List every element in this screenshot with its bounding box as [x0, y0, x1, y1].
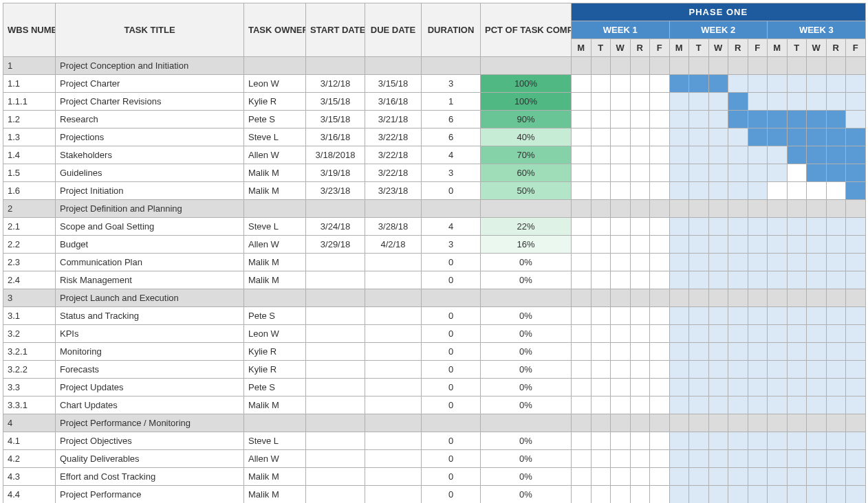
- cell-start: [306, 486, 365, 504]
- gantt-cell: [650, 271, 670, 289]
- gantt-cell: [591, 289, 611, 307]
- gantt-cell: [708, 414, 728, 432]
- gantt-cell: [787, 396, 807, 414]
- gantt-cell: [591, 432, 611, 450]
- task-row: 4.2Quality DeliverablesAllen W00%: [3, 450, 866, 468]
- gantt-cell: [708, 182, 728, 200]
- cell-wbs: 3.3: [3, 379, 56, 396]
- section-row: 1Project Conception and Initiation: [3, 57, 866, 75]
- gantt-cell: [669, 307, 689, 325]
- cell-due: 3/22/18: [365, 164, 422, 182]
- cell-due: [365, 57, 422, 75]
- cell-wbs: 1.2: [3, 111, 56, 128]
- table-header: WBS NUMBER TASK TITLE TASK OWNER START D…: [3, 3, 866, 57]
- gantt-cell: [572, 146, 592, 164]
- gantt-cell: [748, 307, 768, 325]
- cell-owner: Kylie R: [244, 343, 306, 361]
- cell-due: [365, 271, 422, 289]
- gantt-cell: [689, 414, 709, 432]
- cell-title: Research: [56, 111, 244, 128]
- gantt-cell: [826, 289, 846, 307]
- gantt-cell: [708, 450, 728, 468]
- gantt-cell: [611, 361, 631, 379]
- cell-duration: 0: [422, 343, 481, 361]
- task-row: 1.5GuidelinesMalik M3/19/183/22/18360%: [3, 164, 866, 182]
- gantt-cell: [611, 146, 631, 164]
- task-row: 2.4Risk ManagementMalik M00%: [3, 271, 866, 289]
- cell-wbs: 1.1: [3, 75, 56, 93]
- gantt-cell: [826, 128, 846, 146]
- gantt-cell: [826, 182, 846, 200]
- gantt-cell: [630, 164, 650, 182]
- gantt-cell: [807, 75, 827, 93]
- gantt-cell: [728, 164, 748, 182]
- gantt-cell: [748, 361, 768, 379]
- gantt-cell: [768, 111, 788, 128]
- gantt-cell: [846, 450, 866, 468]
- gantt-cell: [748, 379, 768, 396]
- gantt-cell: [768, 307, 788, 325]
- gantt-cell: [669, 200, 689, 218]
- gantt-cell: [591, 236, 611, 254]
- gantt-cell: [807, 200, 827, 218]
- cell-due: 3/21/18: [365, 111, 422, 128]
- gantt-cell: [728, 111, 748, 128]
- gantt-cell: [650, 254, 670, 271]
- cell-title: Project Charter: [56, 75, 244, 93]
- cell-wbs: 1.4: [3, 146, 56, 164]
- gantt-cell: [768, 146, 788, 164]
- header-phase: PHASE ONE: [572, 3, 866, 21]
- cell-pct: 60%: [481, 164, 572, 182]
- cell-wbs: 2.3: [3, 254, 56, 271]
- gantt-cell: [768, 271, 788, 289]
- gantt-cell: [787, 450, 807, 468]
- cell-wbs: 3.3.1: [3, 396, 56, 414]
- cell-title: Stakeholders: [56, 146, 244, 164]
- cell-pct: 0%: [481, 379, 572, 396]
- gantt-cell: [826, 57, 846, 75]
- gantt-cell: [630, 325, 650, 343]
- cell-due: 3/23/18: [365, 182, 422, 200]
- gantt-cell: [591, 307, 611, 325]
- gantt-cell: [572, 93, 592, 111]
- header-day: T: [591, 39, 611, 57]
- gantt-cell: [572, 486, 592, 504]
- cell-title: Communication Plan: [56, 254, 244, 271]
- gantt-cell: [787, 218, 807, 236]
- gantt-cell: [689, 236, 709, 254]
- gantt-cell: [572, 450, 592, 468]
- gantt-cell: [591, 182, 611, 200]
- gantt-cell: [807, 361, 827, 379]
- cell-duration: 0: [422, 271, 481, 289]
- gantt-cell: [611, 307, 631, 325]
- gantt-cell: [748, 414, 768, 432]
- gantt-cell: [768, 450, 788, 468]
- gantt-cell: [650, 432, 670, 450]
- gantt-cell: [630, 379, 650, 396]
- cell-duration: 3: [422, 236, 481, 254]
- gantt-cell: [611, 254, 631, 271]
- gantt-cell: [826, 450, 846, 468]
- gantt-cell: [748, 128, 768, 146]
- gantt-cell: [787, 111, 807, 128]
- cell-start: 3/16/18: [306, 128, 365, 146]
- cell-owner: Pete S: [244, 111, 306, 128]
- gantt-cell: [669, 254, 689, 271]
- gantt-cell: [807, 468, 827, 486]
- header-pct: PCT OF TASK COMPLETE: [481, 3, 572, 57]
- cell-title: Project Initiation: [56, 182, 244, 200]
- gantt-cell: [826, 486, 846, 504]
- gantt-cell: [611, 343, 631, 361]
- gantt-cell: [787, 432, 807, 450]
- cell-due: [365, 361, 422, 379]
- gantt-cell: [826, 218, 846, 236]
- cell-start: [306, 414, 365, 432]
- header-week: WEEK 2: [669, 21, 768, 39]
- gantt-cell: [669, 468, 689, 486]
- gantt-cell: [728, 128, 748, 146]
- header-day: W: [708, 39, 728, 57]
- gantt-cell: [826, 343, 846, 361]
- cell-wbs: 1.3: [3, 128, 56, 146]
- gantt-cell: [807, 325, 827, 343]
- gantt-cell: [807, 57, 827, 75]
